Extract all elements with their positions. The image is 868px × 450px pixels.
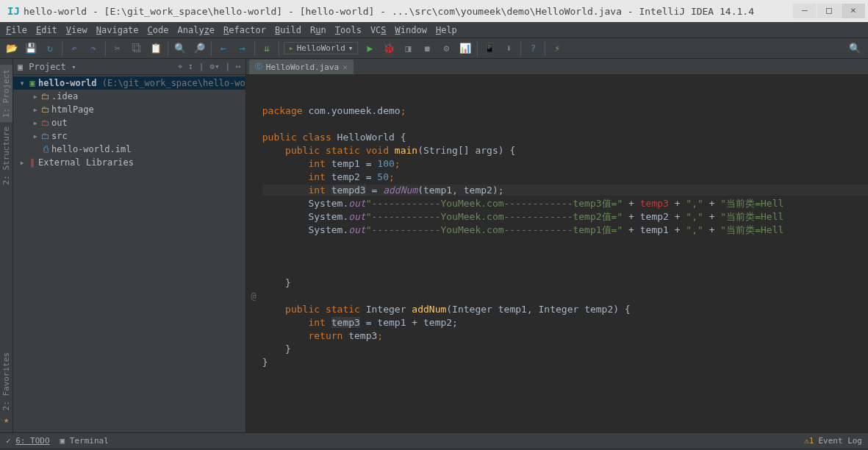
close-button[interactable]: × <box>842 4 865 18</box>
window-title: hello-world - [E:\git_work_space\hello-w… <box>24 6 793 17</box>
settings-gear-icon[interactable]: ⚙▾ <box>209 62 219 71</box>
menu-refactor[interactable]: Refactor <box>223 25 266 35</box>
tree-item-src[interactable]: ▸🗀src <box>13 129 245 143</box>
event-log-icon[interactable]: ⚠1 <box>804 436 814 446</box>
app-logo-icon: IJ <box>7 5 19 17</box>
tree-item-htmlpage[interactable]: ▸🗀htmlPage <box>13 103 245 116</box>
menu-navigate[interactable]: Navigate <box>96 25 139 35</box>
attach-icon[interactable]: ⚙ <box>439 41 453 56</box>
menubar: File Edit View Navigate Code Analyze Ref… <box>0 22 868 38</box>
undo-icon[interactable]: ↶ <box>67 41 82 56</box>
event-log-tab[interactable]: Event Log <box>818 436 862 446</box>
menu-edit[interactable]: Edit <box>36 25 57 35</box>
titlebar: IJ hello-world - [E:\git_work_space\hell… <box>0 0 868 22</box>
tree-external-libs[interactable]: ▸∥External Libraries <box>13 156 245 169</box>
menu-tools[interactable]: Tools <box>335 25 362 35</box>
tool-favorites-tab[interactable]: 2: Favorites <box>0 348 12 415</box>
power-save-icon[interactable]: ⚡ <box>550 41 564 56</box>
redo-icon[interactable]: ↷ <box>86 41 101 56</box>
left-tool-strip: 1: Project 2: Structure 2: Favorites ★ <box>0 59 13 432</box>
scroll-from-source-icon[interactable]: ⌖ <box>178 62 182 71</box>
bottom-tool-bar: ✓ 6: TODO ▣ Terminal ⚠1 Event Log <box>0 432 868 449</box>
menu-build[interactable]: Build <box>275 25 301 35</box>
debug-icon[interactable]: 🐞 <box>381 41 396 56</box>
sdk-icon[interactable]: ⬇ <box>501 41 516 56</box>
favorites-star-icon[interactable]: ★ <box>4 415 9 425</box>
back-icon[interactable]: ← <box>216 41 231 56</box>
help-icon[interactable]: ? <box>526 41 540 56</box>
replace-icon[interactable]: 🔎 <box>192 41 207 56</box>
stop-icon[interactable]: ◼ <box>420 41 434 56</box>
editor-tab-label: HelloWorld.java <box>266 63 339 72</box>
project-panel: ▣ Project ▾ ⌖ ↧ | ⚙▾ | ↦ ▾▣ hello-world … <box>13 59 246 432</box>
forward-icon[interactable]: → <box>235 41 250 56</box>
tree-item-idea[interactable]: ▸🗀.idea <box>13 90 245 103</box>
maximize-button[interactable]: □ <box>817 4 841 18</box>
todo-tab[interactable]: ✓ 6: TODO <box>6 436 50 446</box>
run-config-dropdown[interactable]: HelloWorld ▾ <box>284 42 358 54</box>
menu-window[interactable]: Window <box>395 25 427 35</box>
editor-area: Ⓒ HelloWorld.java × @ package com.youmee… <box>246 59 868 432</box>
build-icon[interactable]: ⇊ <box>259 41 274 56</box>
tree-item-out[interactable]: ▸🗀out <box>13 116 245 129</box>
project-view-icon[interactable]: ▣ <box>18 62 23 72</box>
editor-tab-helloworld[interactable]: Ⓒ HelloWorld.java × <box>249 60 354 74</box>
toolbar: 📂 💾 ↻ ↶ ↷ ✂ ⿻ 📋 🔍 🔎 ← → ⇊ HelloWorld ▾ ▶… <box>0 38 868 59</box>
tree-item-iml[interactable]: ⎙hello-world.iml <box>13 143 245 156</box>
sync-icon[interactable]: ↻ <box>43 41 57 56</box>
menu-view[interactable]: View <box>66 25 87 35</box>
profile-icon[interactable]: 📊 <box>458 41 473 56</box>
menu-file[interactable]: File <box>6 25 27 35</box>
menu-help[interactable]: Help <box>436 25 457 35</box>
find-icon[interactable]: 🔍 <box>173 41 187 56</box>
tool-project-tab[interactable]: 1: Project <box>0 65 12 122</box>
coverage-icon[interactable]: ◨ <box>401 41 415 56</box>
run-icon[interactable]: ▶ <box>362 41 377 56</box>
avd-icon[interactable]: 📱 <box>482 41 497 56</box>
project-view-title[interactable]: Project <box>29 62 66 72</box>
menu-code[interactable]: Code <box>148 25 169 35</box>
search-everywhere-icon[interactable]: 🔍 <box>847 41 862 56</box>
tree-root[interactable]: ▾▣ hello-world (E:\git_work_space\hello-… <box>13 76 245 90</box>
collapse-all-icon[interactable]: ↧ <box>188 62 193 71</box>
menu-analyze[interactable]: Analyze <box>178 25 215 35</box>
minimize-button[interactable]: — <box>793 4 817 18</box>
menu-vcs[interactable]: VCS <box>370 25 387 35</box>
java-class-icon: Ⓒ <box>255 62 262 72</box>
save-icon[interactable]: 💾 <box>24 41 38 56</box>
terminal-tab[interactable]: ▣ Terminal <box>60 436 109 446</box>
close-tab-icon[interactable]: × <box>342 63 348 72</box>
open-icon[interactable]: 📂 <box>4 41 19 56</box>
tool-structure-tab[interactable]: 2: Structure <box>0 122 12 189</box>
menu-run[interactable]: Run <box>310 25 326 35</box>
cut-icon[interactable]: ✂ <box>110 41 125 56</box>
code-editor[interactable]: @ package com.youmeek.demo; public class… <box>246 75 868 432</box>
copy-icon[interactable]: ⿻ <box>129 41 144 56</box>
hide-panel-icon[interactable]: ↦ <box>236 62 241 71</box>
paste-icon[interactable]: 📋 <box>148 41 163 56</box>
